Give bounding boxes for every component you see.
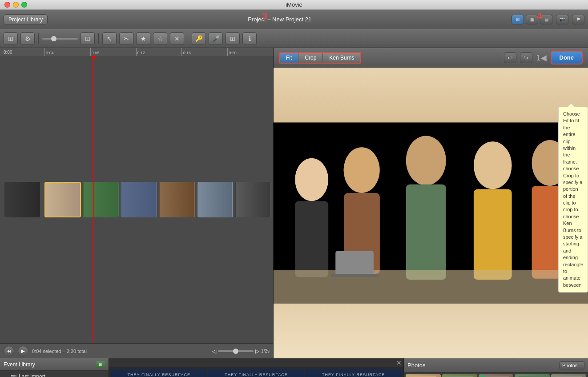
svg-point-1 xyxy=(295,158,328,201)
svg-rect-8 xyxy=(474,189,512,280)
unfavorite-btn[interactable]: ☆ xyxy=(153,32,167,45)
voiceover-btn[interactable]: 🎤 xyxy=(209,32,223,45)
fullscreen-btn[interactable]: ⊡ xyxy=(81,32,95,45)
view-btn-1[interactable]: ⊞ xyxy=(511,15,524,24)
photo-thumb-1 xyxy=(406,374,441,377)
done-button[interactable]: Done xyxy=(551,51,583,64)
photo-thumb-4 xyxy=(515,374,550,377)
photos-title: Photos xyxy=(407,362,425,369)
clip-5[interactable] xyxy=(197,182,234,217)
traffic-lights xyxy=(4,2,27,8)
close-btn[interactable] xyxy=(4,2,10,8)
photo-item-1[interactable]: stk149174rke xyxy=(406,374,441,377)
view-btn-2[interactable]: ▦ xyxy=(526,15,538,24)
svg-rect-2 xyxy=(295,201,328,277)
timeline-area: 0:00 0:04 0:08 0:12 0:16 0:20 xyxy=(0,48,274,358)
zoom-slider[interactable] xyxy=(42,38,78,40)
crop-controls-btn[interactable]: ⊞ xyxy=(226,32,240,45)
ruler-mark-2: 0:08 xyxy=(90,48,136,56)
clip-view-btn[interactable]: ⊞ xyxy=(4,32,18,45)
video-text-1a: THEY FINALLY RESURFACE xyxy=(128,373,191,377)
event-library-header: Event Library ⊞ xyxy=(0,358,109,371)
event-library: Event Library ⊞ 📷 Last Import ▼ 💾 Macint… xyxy=(0,358,109,377)
svg-point-7 xyxy=(474,141,512,189)
ruler-marks: 0:04 0:08 0:12 0:16 0:20 xyxy=(44,48,273,56)
event-viewer: ✕ THEY FINALLY RESURFACE THEY FINALLY RE… xyxy=(109,358,403,377)
project-library-button[interactable]: Project Library xyxy=(4,14,48,25)
tooltip-arrow xyxy=(568,104,575,107)
first-clip[interactable] xyxy=(4,182,40,217)
tooltip-text: Choose Fit to fit the entire clip within… xyxy=(563,111,583,288)
time-selected: 0:04 selected – 2:20 total xyxy=(32,349,87,354)
divider-1 xyxy=(38,33,39,44)
trim-tool[interactable]: ✂ xyxy=(119,32,133,45)
photo-item-4[interactable]: BU011061 xyxy=(515,374,550,377)
speed-arrow-left[interactable]: ◁ xyxy=(212,348,216,354)
svg-point-3 xyxy=(343,147,379,193)
play-btn[interactable]: ▶ xyxy=(18,346,28,357)
close-event-viewer-button[interactable]: ✕ xyxy=(396,359,402,366)
video-thumb-1c[interactable]: THEY FINALLY RESURFACE xyxy=(305,369,402,377)
fit-button[interactable]: Fit xyxy=(280,53,298,63)
photo-item-3[interactable]: ✓ stk28782clb xyxy=(479,374,514,377)
tooltip-box: Choose Fit to fit the entire clip within… xyxy=(558,107,588,293)
photos-grid: stk149174rke stk101265cor ✓ xyxy=(404,373,588,377)
bottom-section: Event Library ⊞ 📷 Last Import ▼ 💾 Macint… xyxy=(0,358,588,377)
camera-btn[interactable]: 📷 xyxy=(556,15,568,24)
tree-item-last-import[interactable]: 📷 Last Import xyxy=(0,373,109,377)
select-tool[interactable]: ↖ xyxy=(102,32,117,45)
photo-item-5[interactable]: stk149206rke xyxy=(551,374,586,377)
view-btn-3[interactable]: ▤ xyxy=(540,15,552,24)
maximize-btn[interactable] xyxy=(21,2,27,8)
annotation-3: 3 xyxy=(262,11,267,21)
clip-1[interactable] xyxy=(44,182,81,217)
rewind-btn[interactable]: ⏮ xyxy=(4,346,14,357)
timeline-ruler: 0:00 0:04 0:08 0:12 0:16 0:20 xyxy=(0,48,273,56)
ruler-mark-5: 0:20 xyxy=(227,48,273,56)
undo-button[interactable]: ↩ xyxy=(504,52,516,63)
preview-image: Choose Fit to fit the entire clip within… xyxy=(274,68,588,358)
photos-panel: Photos Photos iPhoto Aperture stk149174r… xyxy=(403,358,588,377)
video-text-1c: THEY FINALLY RESURFACE xyxy=(322,373,385,377)
time-zero: 0:00 xyxy=(4,50,12,55)
clip-4[interactable] xyxy=(159,182,195,217)
event-library-icon[interactable]: ⊞ xyxy=(96,361,105,368)
photo-thumb-5 xyxy=(551,374,586,377)
keyword-btn[interactable]: 🔑 xyxy=(192,32,206,45)
project-title: Project – New Project 21 xyxy=(51,16,508,23)
svg-rect-11 xyxy=(274,270,588,304)
svg-rect-6 xyxy=(406,184,446,280)
clip-2[interactable] xyxy=(83,182,119,217)
video-thumb-1b[interactable]: THEY FINALLY RESURFACE xyxy=(208,369,305,377)
speed-arrow-right[interactable]: ▷ xyxy=(255,348,259,354)
favorite-btn[interactable]: ★ xyxy=(136,32,150,45)
info-btn[interactable]: ℹ xyxy=(242,32,257,45)
annotation-4: 4 xyxy=(537,11,542,21)
playhead[interactable] xyxy=(93,56,94,343)
divider-3 xyxy=(188,33,188,44)
photo-item-2[interactable]: stk101265cor xyxy=(442,374,477,377)
svg-point-5 xyxy=(406,136,446,185)
speed-label: 1/2s xyxy=(261,349,270,353)
event-viewer-header: ✕ xyxy=(109,358,403,367)
middle-toolbar: ⊞ ⚙ ⊡ ↖ ✂ ★ ☆ ✕ 🔑 🎤 ⊞ ℹ xyxy=(0,29,588,48)
minimize-btn[interactable] xyxy=(13,2,19,8)
crop-button-group: Fit Crop Ken Burns xyxy=(279,52,361,64)
video-text-1b: THEY FINALLY RESURFACE xyxy=(225,373,288,377)
redo-button[interactable]: ↪ xyxy=(520,52,532,63)
preview-people-svg xyxy=(274,68,588,358)
reject-btn[interactable]: ✕ xyxy=(170,32,184,45)
photos-source-dropdown[interactable]: Photos iPhoto Aperture xyxy=(559,361,584,369)
preview-scene xyxy=(274,68,588,358)
clip-3[interactable] xyxy=(121,182,157,217)
speed-slider[interactable] xyxy=(218,350,254,352)
video-thumb-1a[interactable]: THEY FINALLY RESURFACE xyxy=(111,369,207,377)
music-btn[interactable]: ⚑ xyxy=(572,15,584,24)
ken-burns-button[interactable]: Ken Burns xyxy=(323,53,360,63)
ruler-mark-3: 0:12 xyxy=(136,48,182,56)
ruler-mark-4: 0:16 xyxy=(181,48,227,56)
crop-button[interactable]: Crop xyxy=(298,53,323,63)
action-btn[interactable]: ⚙ xyxy=(20,32,35,45)
timeline-content xyxy=(0,56,273,343)
clip-6[interactable] xyxy=(235,182,271,217)
